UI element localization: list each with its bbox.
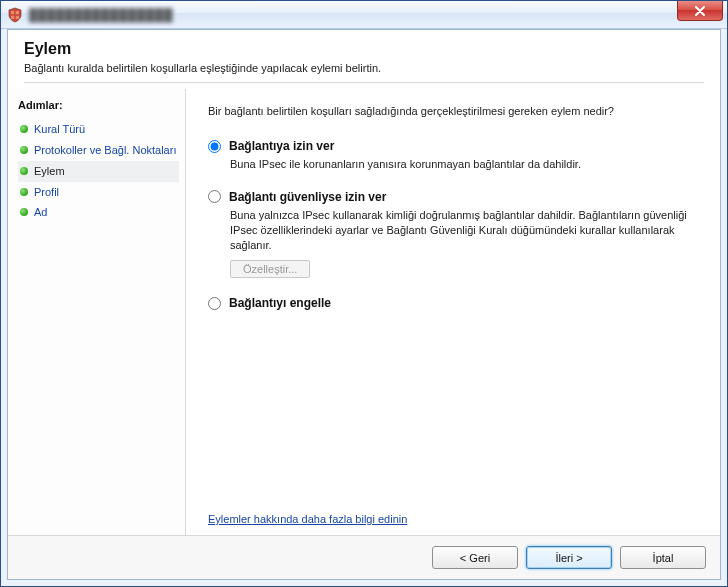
option-block-row[interactable]: Bağlantıyı engelle: [208, 296, 698, 310]
window-chrome: Eylem Bağlantı kuralda belirtilen koşull…: [1, 29, 727, 586]
learn-more-link[interactable]: Eylemler hakkında daha fazla bilgi edini…: [208, 493, 698, 525]
next-button[interactable]: İleri >: [526, 546, 612, 569]
radio-block[interactable]: [208, 297, 221, 310]
wizard-window: ████████████████ Eylem Bağlantı kuralda …: [0, 0, 728, 587]
step-bullet-icon: [20, 167, 28, 175]
titlebar: ████████████████: [1, 1, 727, 29]
step-label: Ad: [34, 205, 47, 220]
wizard-body: Adımlar: Kural Türü Protokoller ve Bağl.…: [8, 89, 720, 535]
app-icon: [7, 7, 23, 23]
step-protocols-ports[interactable]: Protokoller ve Bağl. Noktaları: [18, 140, 179, 161]
page-subtitle: Bağlantı kuralda belirtilen koşullarla e…: [24, 62, 704, 74]
back-button[interactable]: < Geri: [432, 546, 518, 569]
step-label: Profil: [34, 185, 59, 200]
step-action: Eylem: [18, 161, 179, 182]
option-allow-secure-title: Bağlantı güvenliyse izin ver: [229, 190, 386, 204]
window-title: ████████████████: [29, 8, 173, 22]
step-bullet-icon: [20, 125, 28, 133]
svg-rect-1: [16, 11, 19, 14]
svg-rect-3: [16, 15, 19, 18]
option-allow-title: Bağlantıya izin ver: [229, 139, 334, 153]
wizard-header: Eylem Bağlantı kuralda belirtilen koşull…: [8, 30, 720, 89]
option-allow-desc: Buna IPsec ile korunanların yanısıra kor…: [230, 157, 698, 172]
option-block-title: Bağlantıyı engelle: [229, 296, 331, 310]
option-block: Bağlantıyı engelle: [208, 296, 698, 310]
svg-rect-2: [11, 15, 14, 18]
page-title: Eylem: [24, 40, 704, 58]
customize-button: Özelleştir...: [230, 260, 310, 278]
close-button[interactable]: [677, 1, 723, 21]
main-panel: Bir bağlantı belirtilen koşulları sağlad…: [186, 89, 720, 535]
question-text: Bir bağlantı belirtilen koşulları sağlad…: [208, 105, 698, 117]
option-allow: Bağlantıya izin ver Buna IPsec ile korun…: [208, 139, 698, 172]
window-content: Eylem Bağlantı kuralda belirtilen koşull…: [7, 29, 721, 580]
cancel-button[interactable]: İptal: [620, 546, 706, 569]
steps-sidebar: Adımlar: Kural Türü Protokoller ve Bağl.…: [8, 89, 186, 535]
radio-allow[interactable]: [208, 140, 221, 153]
steps-heading: Adımlar:: [18, 99, 179, 111]
step-profile[interactable]: Profil: [18, 182, 179, 203]
step-rule-type[interactable]: Kural Türü: [18, 119, 179, 140]
svg-rect-0: [11, 11, 14, 14]
step-label: Protokoller ve Bağl. Noktaları: [34, 143, 176, 158]
wizard-footer: < Geri İleri > İptal: [8, 535, 720, 579]
option-allow-row[interactable]: Bağlantıya izin ver: [208, 139, 698, 153]
step-bullet-icon: [20, 188, 28, 196]
step-bullet-icon: [20, 208, 28, 216]
step-bullet-icon: [20, 146, 28, 154]
step-label: Kural Türü: [34, 122, 85, 137]
step-name[interactable]: Ad: [18, 202, 179, 223]
step-label: Eylem: [34, 164, 65, 179]
option-allow-secure-row[interactable]: Bağlantı güvenliyse izin ver: [208, 190, 698, 204]
option-allow-secure-desc: Buna yalnızca IPsec kullanarak kimliği d…: [230, 208, 698, 253]
radio-allow-secure[interactable]: [208, 190, 221, 203]
header-separator: [24, 82, 704, 83]
close-icon: [694, 6, 706, 16]
option-allow-secure: Bağlantı güvenliyse izin ver Buna yalnız…: [208, 190, 698, 279]
